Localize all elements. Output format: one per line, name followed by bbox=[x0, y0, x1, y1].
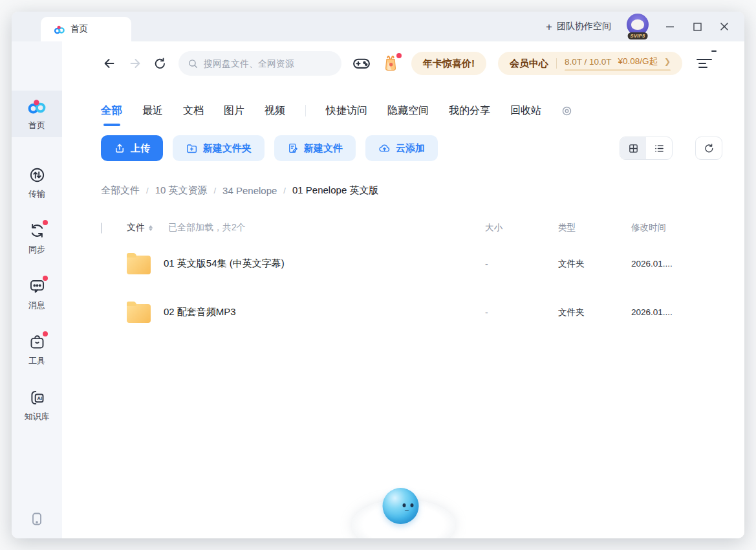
storage-meter: 8.0T / 10.0T ¥0.08/G起 ❯ bbox=[565, 56, 671, 71]
folder-icon bbox=[127, 304, 151, 323]
file-row-2[interactable]: 02 配套音频MP3 - 文件夹 2026.01.... bbox=[101, 288, 735, 336]
user-avatar[interactable]: SVIP5 bbox=[627, 14, 649, 39]
promo-banner[interactable]: 年卡惊喜价! bbox=[411, 52, 486, 75]
action-bar: 上传 新建文件夹 bbox=[101, 135, 722, 161]
minimize-button[interactable] bbox=[664, 21, 676, 32]
sidebar-label-messages: 消息 bbox=[28, 300, 45, 311]
cloud-add-label: 云添加 bbox=[396, 142, 425, 155]
list-view-button[interactable] bbox=[646, 137, 672, 159]
breadcrumb-folder-2[interactable]: 34 Penelope bbox=[222, 185, 277, 196]
sidebar-label-sync: 同步 bbox=[28, 244, 45, 256]
file-table: 文件 已全部加载，共2个 大小 类型 修改时间 01 英文版54集 (中英文字幕 bbox=[62, 216, 744, 336]
breadcrumb-root[interactable]: 全部文件 bbox=[101, 184, 140, 197]
sidebar-item-sync[interactable]: 同步 bbox=[12, 215, 62, 261]
sidebar-label-knowledge: 知识库 bbox=[25, 411, 50, 423]
grid-view-button[interactable] bbox=[620, 137, 646, 159]
main-panel: 年卡惊喜价! 会员中心 8.0T / 10.0T ¥0.08/G起 ❯ bbox=[62, 41, 744, 538]
column-header-name[interactable]: 文件 bbox=[127, 222, 145, 234]
search-input[interactable] bbox=[204, 58, 320, 69]
search-icon bbox=[188, 58, 199, 69]
column-header-type[interactable]: 类型 bbox=[558, 222, 631, 234]
tab-all[interactable]: 全部 bbox=[101, 104, 122, 118]
app-logo-icon bbox=[54, 24, 65, 35]
mascot-ball bbox=[382, 488, 418, 524]
mobile-app-icon[interactable] bbox=[29, 511, 45, 527]
sidebar-item-tools[interactable]: 工具 bbox=[12, 326, 62, 373]
sidebar-label-home: 首页 bbox=[28, 120, 45, 131]
gift-notification-dot bbox=[396, 53, 402, 58]
gift-icon[interactable] bbox=[382, 54, 400, 72]
upload-icon bbox=[114, 142, 125, 154]
new-folder-button[interactable]: 新建文件夹 bbox=[173, 135, 265, 161]
breadcrumb-current: 01 Penelope 英文版 bbox=[292, 184, 378, 197]
loaded-status: 已全部加载，共2个 bbox=[168, 222, 246, 234]
team-space-button[interactable]: + 团队协作空间 bbox=[546, 21, 611, 32]
folder-icon bbox=[127, 256, 151, 274]
file-name[interactable]: 02 配套音频MP3 bbox=[164, 306, 236, 318]
list-refresh-button[interactable] bbox=[695, 137, 722, 160]
vip-center[interactable]: 会员中心 8.0T / 10.0T ¥0.08/G起 ❯ bbox=[498, 52, 682, 75]
sidebar-item-home[interactable]: 首页 bbox=[12, 91, 62, 137]
new-file-label: 新建文件 bbox=[304, 142, 343, 155]
sort-icon[interactable] bbox=[149, 225, 153, 231]
breadcrumb: 全部文件 / 10 英文资源 / 34 Penelope / 01 Penelo… bbox=[101, 184, 722, 197]
back-button[interactable] bbox=[101, 56, 118, 71]
vip-label: 会员中心 bbox=[510, 58, 548, 70]
column-header-modified[interactable]: 修改时间 bbox=[631, 222, 735, 234]
tabs-more-icon[interactable] bbox=[561, 105, 572, 116]
tab-quick-access[interactable]: 快捷访问 bbox=[326, 104, 367, 118]
home-logo-icon bbox=[27, 96, 47, 116]
knowledge-ai-icon: AI bbox=[27, 388, 47, 407]
page-refresh-button[interactable] bbox=[151, 57, 168, 71]
plus-icon: + bbox=[546, 21, 552, 32]
file-type: 文件夹 bbox=[558, 307, 631, 318]
tab-hidden-space[interactable]: 隐藏空间 bbox=[387, 104, 429, 118]
column-header-size[interactable]: 大小 bbox=[485, 222, 558, 234]
tab-recent[interactable]: 最近 bbox=[142, 104, 163, 118]
forward-button[interactable] bbox=[127, 56, 144, 71]
file-table-header: 文件 已全部加载，共2个 大小 类型 修改时间 bbox=[101, 216, 735, 239]
title-bar: 首页 + 团队协作空间 SVIP5 bbox=[12, 12, 744, 41]
app-window: 首页 + 团队协作空间 SVIP5 bbox=[12, 12, 744, 538]
file-size: - bbox=[485, 259, 558, 269]
file-row-1[interactable]: 01 英文版54集 (中英文字幕) - 文件夹 2026.01.... bbox=[101, 239, 735, 288]
file-size: - bbox=[485, 307, 558, 318]
sidebar-item-transfer[interactable]: 传输 bbox=[12, 159, 62, 206]
tab-my-shares[interactable]: 我的分享 bbox=[449, 104, 490, 118]
sync-icon bbox=[27, 221, 47, 240]
tab-videos[interactable]: 视频 bbox=[265, 104, 285, 118]
tab-recycle-bin[interactable]: 回收站 bbox=[510, 104, 541, 118]
file-name[interactable]: 01 英文版54集 (中英文字幕) bbox=[164, 258, 285, 270]
transfer-icon bbox=[27, 165, 47, 184]
file-type: 文件夹 bbox=[558, 258, 631, 270]
tab-pictures[interactable]: 图片 bbox=[224, 104, 244, 118]
new-file-button[interactable]: 新建文件 bbox=[274, 135, 356, 161]
close-button[interactable] bbox=[718, 21, 730, 32]
tab-documents[interactable]: 文档 bbox=[183, 104, 204, 118]
main-menu-icon[interactable] bbox=[697, 56, 713, 71]
upload-label: 上传 bbox=[131, 142, 150, 155]
cloud-add-button[interactable]: 云添加 bbox=[365, 135, 438, 161]
search-box[interactable] bbox=[178, 51, 341, 76]
tools-notification-dot bbox=[43, 331, 48, 336]
team-space-label: 团队协作空间 bbox=[557, 21, 611, 32]
sidebar-item-knowledge[interactable]: AI 知识库 bbox=[12, 382, 62, 428]
storage-usage: 8.0T / 10.0T bbox=[565, 57, 612, 67]
category-tabs: 全部 最近 文档 图片 视频 快捷访问 隐藏空间 我的分享 回收站 bbox=[101, 104, 722, 118]
cloud-add-icon bbox=[378, 142, 391, 155]
storage-price: ¥0.08/G起 bbox=[618, 56, 658, 67]
file-modified: 2026.01.... bbox=[631, 259, 735, 269]
ai-assistant-mascot[interactable] bbox=[349, 483, 459, 538]
select-all-checkbox[interactable] bbox=[101, 223, 102, 234]
tabs-divider bbox=[305, 105, 306, 116]
message-icon bbox=[27, 276, 47, 296]
maximize-button[interactable] bbox=[691, 21, 703, 32]
chevron-right-icon: ❯ bbox=[664, 57, 671, 66]
sidebar-item-messages[interactable]: 消息 bbox=[12, 270, 62, 317]
upload-button[interactable]: 上传 bbox=[101, 135, 163, 161]
games-icon[interactable] bbox=[352, 55, 371, 72]
breadcrumb-folder-1[interactable]: 10 英文资源 bbox=[155, 184, 208, 197]
tab-home[interactable]: 首页 bbox=[41, 17, 131, 41]
sidebar: 首页 传输 bbox=[12, 41, 62, 538]
sidebar-label-transfer: 传输 bbox=[28, 188, 45, 200]
